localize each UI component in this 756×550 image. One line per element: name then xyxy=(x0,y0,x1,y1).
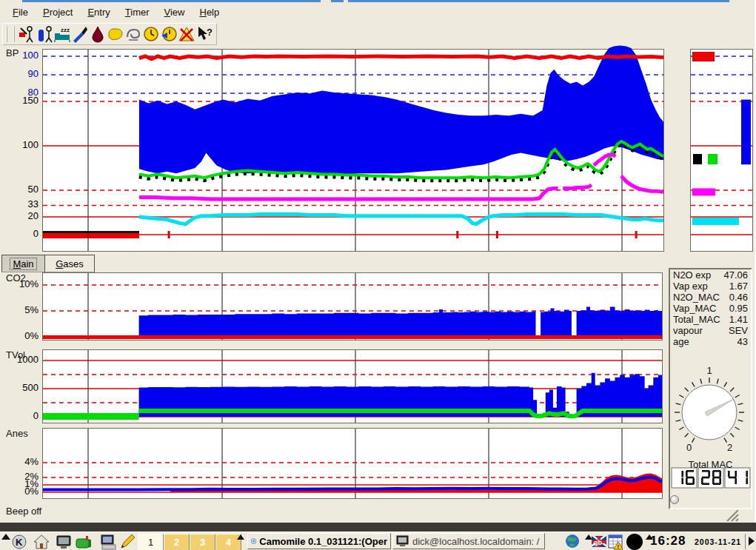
home-icon xyxy=(33,534,50,550)
svg-text:!: ! xyxy=(618,543,620,550)
calendar-icon: ! xyxy=(608,534,624,550)
menu-file[interactable]: File xyxy=(6,4,35,20)
bp-chart xyxy=(42,49,664,252)
gauge-label: Total MAC xyxy=(669,459,752,470)
tick-label: 1000 xyxy=(9,354,39,365)
anes-chart xyxy=(42,428,663,499)
alarm-off-button[interactable] xyxy=(178,25,195,43)
timer-clock-icon xyxy=(160,25,178,43)
gas-value-row: Total_MAC1.41 xyxy=(670,314,751,325)
menu-timer[interactable]: Timer xyxy=(118,4,156,20)
svg-text:gb: gb xyxy=(594,539,602,546)
clock-arrow-icon[interactable] xyxy=(646,534,653,540)
home-launcher[interactable] xyxy=(33,533,50,550)
tick-label: 0 xyxy=(9,228,39,239)
window-title: Camomile 0.1_031121:(Oper xyxy=(259,536,387,547)
tick-label: 10% xyxy=(9,278,39,289)
edit-launcher[interactable] xyxy=(118,533,136,550)
gas-label: N2O exp xyxy=(673,269,711,281)
menu-project[interactable]: Project xyxy=(36,4,79,20)
window-button-terminal[interactable]: dick@localhost.localdomain: / xyxy=(392,533,545,549)
menu-entry[interactable]: Entry xyxy=(81,4,116,20)
lcd-radio-button[interactable] xyxy=(670,495,679,504)
gas-cylinder-figure-button[interactable] xyxy=(36,25,53,43)
mailbox-launcher[interactable] xyxy=(74,533,92,550)
tick-label: 0% xyxy=(9,486,39,497)
tab-main[interactable]: Main xyxy=(1,255,45,272)
window-title: dick@localhost.localdomain: / xyxy=(412,536,539,547)
globe-tray-icon[interactable] xyxy=(564,533,582,550)
organ-button[interactable] xyxy=(107,25,124,43)
panel-extend-arrow-icon[interactable] xyxy=(749,537,755,546)
sleep-bed-icon: zzz xyxy=(53,25,71,43)
svg-text:0: 0 xyxy=(686,442,692,453)
display-icon xyxy=(56,534,72,550)
gas-value: 47.06 xyxy=(723,269,748,281)
moon-icon xyxy=(626,534,643,550)
tvol-chart xyxy=(42,349,663,423)
taskbar: K 1234 Camomile 0.1_031121:(Operdick@loc… xyxy=(0,531,756,550)
organ-icon xyxy=(107,25,124,43)
help-pointer-button[interactable]: ? xyxy=(195,25,213,43)
menu-bar: FileProjectEntryTimerViewHelp xyxy=(0,2,755,21)
svg-text:1: 1 xyxy=(706,365,712,376)
sleep-bed-button[interactable]: zzz xyxy=(53,25,71,43)
toolbar-handle[interactable] xyxy=(6,26,15,42)
resize-grip[interactable] xyxy=(708,510,739,522)
tick-label: 20 xyxy=(9,210,39,221)
tick-label: 0 xyxy=(9,410,39,421)
display-launcher[interactable] xyxy=(55,533,73,550)
menu-view[interactable]: View xyxy=(158,4,192,20)
menu-help[interactable]: Help xyxy=(193,4,226,20)
globe-icon xyxy=(565,534,581,550)
gas-swirl-icon xyxy=(124,25,142,43)
time-lcd xyxy=(670,467,751,489)
tray-arrow-icon[interactable] xyxy=(585,534,592,540)
workspace-1-button[interactable]: 1 xyxy=(138,534,164,550)
keyboard-flag-tray-icon[interactable]: gb xyxy=(590,533,608,550)
gas-value-row: N2O exp47.06 xyxy=(670,269,751,281)
moon-tray-icon[interactable] xyxy=(626,533,643,550)
taskbar-date[interactable]: 2003-11-21 xyxy=(695,537,741,546)
gas-value-row: age43 xyxy=(670,336,751,347)
gas-value-row: N2O_MAC0.46 xyxy=(670,292,751,303)
divider xyxy=(745,534,746,549)
scalpel-icon xyxy=(71,25,89,43)
tick-label: 100 xyxy=(9,139,39,150)
gas-value-row: Vap exp1.67 xyxy=(670,281,751,292)
workspace-2-button[interactable]: 2 xyxy=(164,534,190,550)
tick-label: 100 xyxy=(9,50,39,61)
induction-figure-icon xyxy=(18,25,36,43)
app-window: FileProjectEntryTimerViewHelp zzz? BP 10… xyxy=(0,0,756,523)
workspace-3-button[interactable]: 3 xyxy=(190,534,215,550)
gas-label: Vap_MAC xyxy=(673,303,716,314)
gas-value: 0.46 xyxy=(729,292,748,303)
svg-text:2: 2 xyxy=(727,442,732,453)
window-button-camomile[interactable]: Camomile 0.1_031121:(Oper xyxy=(247,533,391,549)
calendar-tray-icon[interactable]: ! xyxy=(607,533,625,550)
gas-value: 1.67 xyxy=(729,281,748,292)
mailbox-icon xyxy=(75,534,91,550)
tab-gases[interactable]: Gases xyxy=(44,255,95,272)
scalpel-button[interactable] xyxy=(71,25,89,43)
gas-swirl-button[interactable] xyxy=(124,25,142,43)
gas-value-row: vapourSEV xyxy=(670,325,751,336)
clock-button[interactable] xyxy=(142,25,160,43)
svg-text:zzz: zzz xyxy=(61,27,70,33)
blood-drop-button[interactable] xyxy=(89,25,107,43)
co2-chart xyxy=(42,272,663,341)
taskbar-clock[interactable]: 16:28 xyxy=(650,534,686,549)
induction-figure-button[interactable] xyxy=(18,25,36,43)
svg-text:?: ? xyxy=(207,27,213,38)
timer-clock-button[interactable] xyxy=(160,25,178,43)
gas-value-row: Vap_MAC0.95 xyxy=(670,303,751,314)
window-list-arrow-icon[interactable] xyxy=(237,534,244,540)
console-launcher[interactable] xyxy=(99,533,117,550)
panel-hide-arrow-icon[interactable] xyxy=(1,534,10,540)
tick-label: 33 xyxy=(9,198,39,209)
kde-menu-launcher[interactable]: K xyxy=(10,533,28,550)
gas-label: N2O_MAC xyxy=(673,292,720,303)
window-icon xyxy=(251,534,256,548)
blood-drop-icon xyxy=(89,25,107,43)
status-bar: Beep off xyxy=(6,506,41,517)
